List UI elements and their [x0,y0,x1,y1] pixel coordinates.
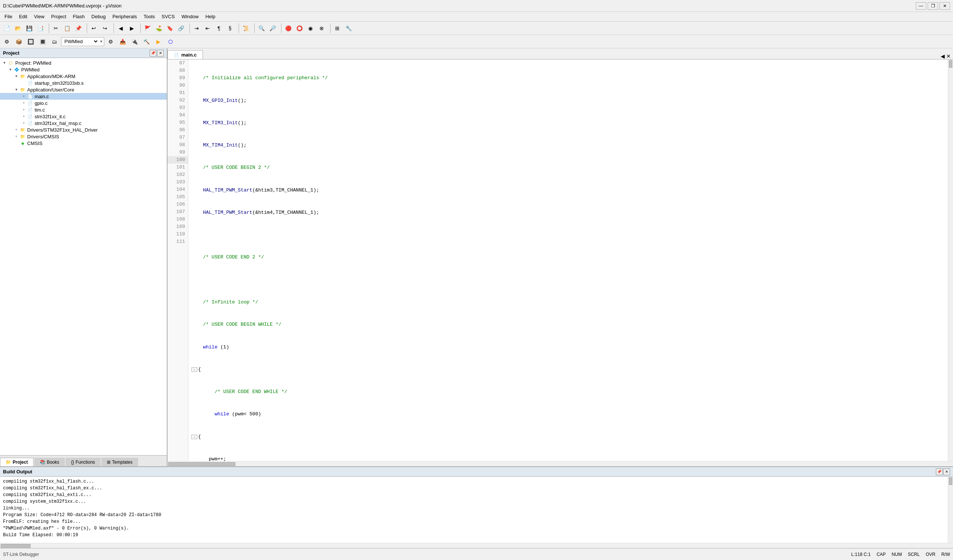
menu-item-file[interactable]: File [2,13,15,20]
expand-pwmled[interactable]: ▼ [8,67,13,73]
tree-item-drivers-cmsis[interactable]: + 📁 Drivers/CMSIS [0,133,167,140]
tb2-debug-btn[interactable]: 🔌 [130,37,140,46]
redo-button[interactable]: ↪ [100,23,110,33]
tb2-run-btn[interactable]: ▶ [154,37,164,46]
editor-close-tab[interactable]: ✕ [946,53,951,59]
tb2-btn3[interactable]: 🔲 [25,37,36,46]
code-content[interactable]: /* Initialize all configured peripherals… [188,59,948,461]
paste-button[interactable]: 📌 [73,23,83,33]
debug2-button[interactable]: ⭕ [294,23,304,33]
close-button[interactable]: ✕ [940,2,950,10]
tree-item-hal-driver[interactable]: + 📁 Drivers/STM32F1xx_HAL_Driver [0,127,167,133]
options-button[interactable]: 🔧 [343,23,354,33]
save-all-button[interactable]: 📑 [35,23,45,33]
menu-item-debug[interactable]: Debug [88,13,109,20]
copy-button[interactable]: 📋 [62,23,72,33]
editor-nav-left[interactable]: ◀ [941,53,945,59]
tab-functions[interactable]: {} Functions [65,458,101,466]
expand-drivers-cmsis[interactable]: + [13,133,19,139]
collapse-100[interactable]: - [191,367,197,372]
expand-it[interactable]: + [21,113,27,119]
code-editor[interactable]: 87 88 89 90 91 92 93 94 95 96 97 98 99 1… [168,59,953,461]
tree-item-gpio-c[interactable]: + 📄 gpio.c [0,100,167,106]
target-select[interactable]: PWMled [61,38,99,45]
tab-project[interactable]: 📁 Project [0,458,34,466]
new-button[interactable]: 📄 [2,23,12,33]
expand-app-mdk[interactable]: ▼ [13,73,19,79]
build-vscroll-thumb[interactable] [949,478,952,485]
bookmark1-button[interactable]: 🚩 [142,23,153,33]
undo-button[interactable]: ↩ [88,23,99,33]
tab-books[interactable]: 📚 Books [34,458,65,466]
script-button[interactable]: 📜 [241,23,251,33]
expand-tim[interactable]: + [21,107,27,113]
menu-item-flash[interactable]: Flash [70,13,88,20]
tree-item-pwmled[interactable]: ▼ 💠 PWMled [0,66,167,73]
bookmark2-button[interactable]: ⛳ [154,23,164,33]
open-button[interactable]: 📂 [12,23,23,33]
format2-button[interactable]: § [225,23,235,33]
build-scrollbar[interactable] [948,477,953,543]
editor-tab-main-c[interactable]: 📄 main.c [168,50,203,59]
menu-item-edit[interactable]: Edit [16,13,30,20]
tb2-load-btn[interactable]: 📥 [118,37,128,46]
bookmark4-button[interactable]: 🔗 [176,23,186,33]
panel-pin-button[interactable]: 📌 [150,50,156,57]
menu-item-project[interactable]: Project [48,13,69,20]
build-pin-button[interactable]: 📌 [936,469,942,475]
expand-main[interactable]: + [21,93,27,99]
view-button[interactable]: ⊞ [332,23,343,33]
debug4-button[interactable]: ⊗ [317,23,327,33]
build-hscroll[interactable] [0,543,953,548]
menu-item-tools[interactable]: Tools [141,13,158,20]
maximize-button[interactable]: ❐ [928,2,938,10]
tree-item-main-c[interactable]: + 📄 main.c [0,93,167,100]
menu-item-svcs[interactable]: SVCS [158,13,178,20]
tb2-btn1[interactable]: ⚙ [2,37,12,46]
menu-item-window[interactable]: Window [178,13,202,20]
format1-button[interactable]: ¶ [214,23,224,33]
expand-hal-driver[interactable]: + [13,127,19,133]
debug3-button[interactable]: ◉ [305,23,316,33]
editor-scrollbar[interactable] [948,59,953,461]
panel-close-button[interactable]: ✕ [157,50,164,57]
expand-msp[interactable]: + [21,120,27,126]
tb2-btn4[interactable]: 🔳 [37,37,48,46]
collapse-103[interactable]: - [191,435,197,439]
tb2-build-btn[interactable]: 🔨 [141,37,152,46]
tree-item-msp-c[interactable]: + 📄 stm32f1xx_hal_msp.c [0,120,167,127]
build-hscroll-thumb[interactable] [1,544,31,548]
minimize-button[interactable]: — [916,2,926,10]
tree-item-app-mdk[interactable]: ▼ 📁 Application/MDK-ARM [0,73,167,80]
menu-item-peripherals[interactable]: Peripherals [109,13,140,20]
outdent-button[interactable]: ⇤ [203,23,213,33]
tree-item-it-c[interactable]: + 📄 stm32f1xx_it.c [0,113,167,120]
debug1-button[interactable]: 🔴 [283,23,293,33]
expand-app-user[interactable]: ▼ [13,87,19,93]
tb2-btn2[interactable]: 📦 [13,37,24,46]
nav-back-button[interactable]: ◀ [115,23,126,33]
menu-item-help[interactable]: Help [203,13,219,20]
search-button[interactable]: 🔍 [256,23,267,33]
tree-item-project[interactable]: ▼ ⬡ Project: PWMled [0,59,167,66]
indent-button[interactable]: ⇥ [191,23,202,33]
tree-item-tim-c[interactable]: + 📄 tim.c [0,106,167,113]
expand-gpio[interactable]: + [21,100,27,106]
search2-button[interactable]: 🔎 [267,23,278,33]
tree-item-startup[interactable]: ▶ 📄 startup_stm32f103xb.s [0,80,167,86]
menu-item-view[interactable]: View [31,13,47,20]
tree-item-cmsis[interactable]: ▶ ◆ CMSIS [0,140,167,147]
editor-hscroll[interactable] [168,461,953,466]
bookmark3-button[interactable]: 🔖 [165,23,175,33]
tb2-btn5[interactable]: 🗂 [49,37,60,46]
tab-templates[interactable]: ⊞ Templates [101,458,138,466]
tb2-settings-btn[interactable]: ⚙ [106,37,116,46]
vscroll-thumb[interactable] [949,60,952,68]
cut-button[interactable]: ✂ [51,23,61,33]
nav-fwd-button[interactable]: ▶ [127,23,137,33]
save-button[interactable]: 💾 [24,23,34,33]
build-close-button[interactable]: ✕ [943,469,950,475]
hscroll-thumb[interactable] [168,462,235,466]
tree-item-app-user[interactable]: ▼ 📁 Application/User/Core [0,86,167,93]
expand-project[interactable]: ▼ [2,60,8,66]
